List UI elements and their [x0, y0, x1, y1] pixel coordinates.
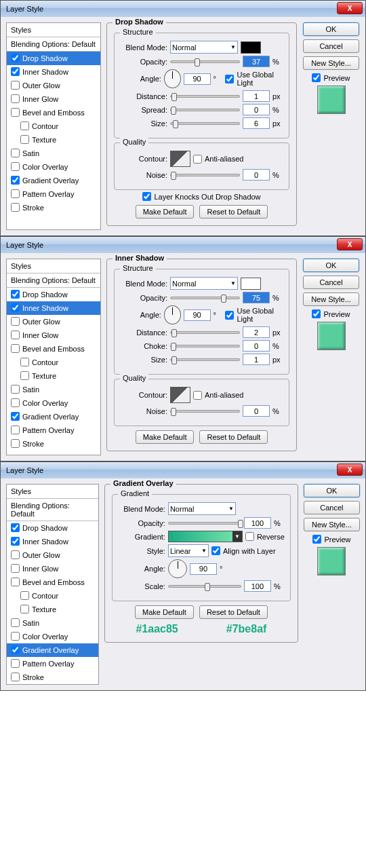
style-inner-shadow[interactable]: Inner Shadow	[7, 65, 100, 79]
reset-default-button[interactable]: Reset to Default	[199, 430, 268, 444]
style-contour[interactable]: Contour	[7, 119, 100, 133]
style-outer-glow[interactable]: Outer Glow	[7, 79, 100, 92]
style-select[interactable]: Linear▼	[168, 544, 209, 557]
opacity-slider[interactable]	[168, 522, 241, 525]
spread-slider[interactable]	[170, 109, 240, 111]
ok-button[interactable]: OK	[304, 484, 360, 497]
close-icon[interactable]: X	[337, 2, 363, 14]
cancel-button[interactable]: Cancel	[303, 276, 359, 289]
style-bevel[interactable]: Bevel and Emboss	[7, 342, 100, 356]
antialias-check[interactable]: Anti-aliased	[193, 391, 243, 400]
angle-dial[interactable]	[164, 305, 181, 324]
style-stroke[interactable]: Stroke	[7, 671, 98, 684]
blendmode-select[interactable]: Normal▼	[170, 41, 238, 54]
spread-input[interactable]	[243, 104, 270, 115]
color-swatch[interactable]	[241, 278, 261, 290]
style-stroke[interactable]: Stroke	[7, 201, 100, 214]
noise-slider[interactable]	[170, 410, 240, 413]
style-pattern-overlay[interactable]: Pattern Overlay	[7, 423, 100, 437]
size-input[interactable]	[243, 354, 270, 365]
size-input[interactable]	[243, 117, 270, 129]
style-texture[interactable]: Texture	[7, 369, 100, 383]
style-inner-shadow[interactable]: Inner Shadow	[7, 301, 100, 315]
style-stroke[interactable]: Stroke	[7, 437, 100, 451]
angle-input[interactable]	[184, 73, 211, 85]
choke-slider[interactable]	[170, 345, 240, 347]
style-outer-glow[interactable]: Outer Glow	[7, 548, 98, 562]
global-light-check[interactable]: Use Global Light	[225, 71, 283, 87]
contour-picker[interactable]	[170, 151, 190, 167]
opacity-input[interactable]	[244, 517, 271, 529]
gradient-picker[interactable]: ▼	[168, 531, 243, 542]
color-swatch[interactable]	[241, 41, 261, 54]
scale-slider[interactable]	[168, 585, 241, 588]
make-default-button[interactable]: Make Default	[136, 430, 195, 444]
style-inner-shadow[interactable]: Inner Shadow	[7, 535, 98, 548]
knockout-check[interactable]: Layer Knocks Out Drop Shadow	[142, 192, 260, 201]
angle-input[interactable]	[190, 563, 217, 575]
cancel-button[interactable]: Cancel	[304, 501, 360, 514]
style-satin[interactable]: Satin	[7, 383, 100, 396]
style-texture[interactable]: Texture	[7, 133, 100, 147]
noise-input[interactable]	[243, 405, 270, 417]
align-check[interactable]: Align with Layer	[211, 546, 276, 555]
contour-picker[interactable]	[170, 387, 190, 403]
close-icon[interactable]: X	[337, 464, 363, 476]
angle-dial[interactable]	[168, 559, 187, 578]
new-style-button[interactable]: New Style...	[303, 56, 359, 70]
preview-check[interactable]: Preview	[312, 535, 350, 544]
style-bevel[interactable]: Bevel and Emboss	[7, 575, 98, 589]
reset-default-button[interactable]: Reset to Default	[199, 205, 268, 219]
size-slider[interactable]	[170, 358, 240, 361]
style-contour[interactable]: Contour	[7, 356, 100, 369]
new-style-button[interactable]: New Style...	[304, 518, 360, 531]
blendmode-select[interactable]: Normal▼	[168, 502, 236, 515]
style-satin[interactable]: Satin	[7, 147, 100, 160]
size-slider[interactable]	[170, 122, 240, 125]
style-gradient-overlay[interactable]: Gradient Overlay	[7, 410, 100, 423]
preview-check[interactable]: Preview	[312, 309, 350, 318]
global-light-check[interactable]: Use Global Light	[225, 307, 283, 323]
style-contour[interactable]: Contour	[7, 589, 98, 603]
make-default-button[interactable]: Make Default	[136, 205, 195, 219]
distance-slider[interactable]	[170, 331, 240, 334]
style-pattern-overlay[interactable]: Pattern Overlay	[7, 657, 98, 671]
style-inner-glow[interactable]: Inner Glow	[7, 328, 100, 342]
style-gradient-overlay[interactable]: Gradient Overlay	[7, 174, 100, 187]
cancel-button[interactable]: Cancel	[303, 39, 359, 53]
style-outer-glow[interactable]: Outer Glow	[7, 315, 100, 328]
style-inner-glow[interactable]: Inner Glow	[7, 92, 100, 106]
distance-input[interactable]	[243, 326, 270, 338]
opacity-input[interactable]	[243, 292, 270, 303]
style-pattern-overlay[interactable]: Pattern Overlay	[7, 187, 100, 201]
reset-default-button[interactable]: Reset to Default	[199, 605, 268, 619]
noise-slider[interactable]	[170, 174, 240, 176]
blendmode-select[interactable]: Normal▼	[170, 277, 238, 290]
opacity-slider[interactable]	[170, 297, 240, 299]
new-style-button[interactable]: New Style...	[303, 293, 359, 306]
close-icon[interactable]: X	[337, 238, 363, 250]
style-gradient-overlay[interactable]: Gradient Overlay	[7, 643, 98, 657]
angle-dial[interactable]	[164, 69, 181, 88]
distance-slider[interactable]	[170, 95, 240, 98]
style-color-overlay[interactable]: Color Overlay	[7, 396, 100, 410]
scale-input[interactable]	[244, 580, 271, 592]
style-inner-glow[interactable]: Inner Glow	[7, 562, 98, 575]
ok-button[interactable]: OK	[303, 259, 359, 272]
styles-header[interactable]: Styles	[7, 23, 100, 37]
style-color-overlay[interactable]: Color Overlay	[7, 630, 98, 643]
style-texture[interactable]: Texture	[7, 603, 98, 616]
style-drop-shadow[interactable]: Drop Shadow	[7, 288, 100, 301]
noise-input[interactable]	[243, 169, 270, 181]
reverse-check[interactable]: Reverse	[245, 532, 285, 541]
style-bevel[interactable]: Bevel and Emboss	[7, 106, 100, 119]
style-drop-shadow[interactable]: Drop Shadow	[7, 52, 100, 65]
preview-check[interactable]: Preview	[312, 73, 350, 82]
style-satin[interactable]: Satin	[7, 616, 98, 630]
style-color-overlay[interactable]: Color Overlay	[7, 160, 100, 174]
blending-options[interactable]: Blending Options: Default	[7, 37, 100, 52]
antialias-check[interactable]: Anti-aliased	[193, 155, 243, 164]
style-drop-shadow[interactable]: Drop Shadow	[7, 521, 98, 535]
angle-input[interactable]	[184, 309, 211, 321]
ok-button[interactable]: OK	[303, 22, 359, 36]
